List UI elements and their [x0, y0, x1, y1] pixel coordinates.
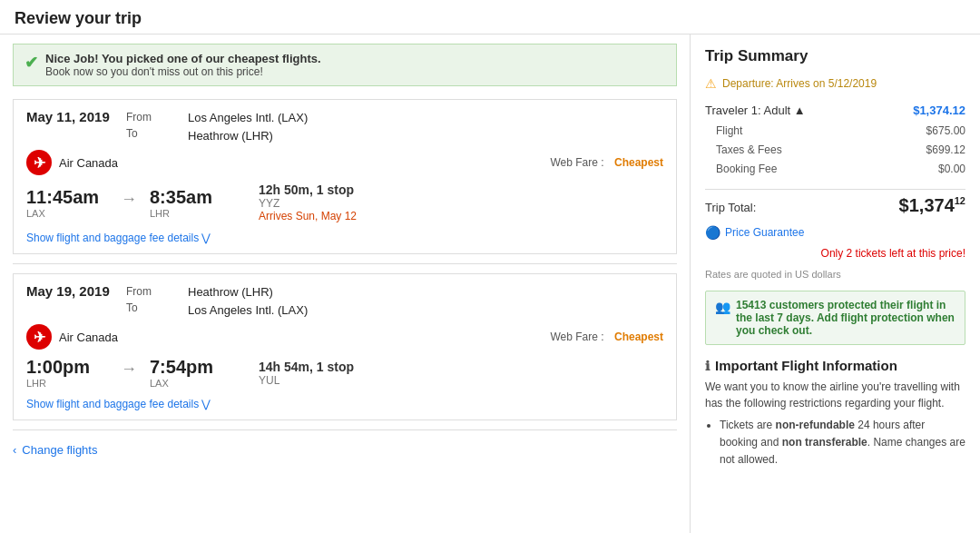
flight2-from-airport: Heathrow (LHR): [188, 283, 308, 301]
flight2-depart-code: LHR: [26, 378, 108, 389]
total-label: Trip Total:: [705, 201, 756, 214]
flight2-show-details[interactable]: Show flight and baggage fee details ⋁: [26, 398, 211, 410]
flight1-arrive-code: LHR: [150, 208, 240, 219]
tickets-left: Only 2 tickets left at this price!: [705, 247, 965, 260]
chevron-left-icon: ‹: [13, 443, 16, 457]
people-icon: 👥: [715, 300, 730, 314]
summary-title: Trip Summary: [705, 47, 965, 65]
right-panel: Trip Summary ⚠ Departure: Arrives on 5/1…: [690, 35, 980, 533]
flight1-depart-code: LAX: [26, 208, 108, 219]
change-flights-row: ‹ Change flights: [0, 434, 690, 466]
important-title-text: Important Flight Information: [715, 358, 897, 373]
flight2-to-airport: Los Angeles Intl. (LAX): [188, 301, 308, 320]
flight2-to-label: To: [126, 300, 181, 316]
page-title: Review your trip: [0, 0, 980, 35]
flight2-duration: 14h 54m, 1 stop: [259, 360, 354, 374]
promo-banner: ✔ Nice Job! You picked one of our cheape…: [13, 44, 677, 86]
flight1-fare-type: Web Fare : Cheapest: [550, 156, 663, 169]
flight1-arrive-time: 8:35am: [150, 187, 240, 208]
taxes-fee-row: Taxes & Fees $699.12: [705, 143, 965, 156]
flight2-arrive-time: 7:54pm: [150, 357, 240, 378]
flight2-from-label: From: [126, 283, 181, 300]
flight2-airline-name: Air Canada: [59, 331, 118, 344]
flight-card-1: May 11, 2019 From To Los Angeles Intl. (…: [13, 99, 677, 254]
flight1-date: May 11, 2019: [26, 109, 126, 124]
flight1-depart-time: 11:45am: [26, 187, 108, 208]
flight2-fare-type: Web Fare : Cheapest: [550, 331, 663, 343]
check-icon: ✔: [24, 53, 38, 73]
promo-main-text: Nice Job! You picked one of our cheapest…: [45, 52, 321, 65]
flight2-arrive-code: LAX: [150, 378, 240, 389]
total-price: $1,37412: [899, 195, 965, 216]
flight1-from-label: From: [126, 109, 181, 125]
arrow-icon-1: →: [108, 190, 150, 209]
traveler-price: $1,374.12: [913, 104, 965, 117]
flight1-airline-logo: ✈: [26, 150, 52, 175]
important-desc: We want you to know the airline you're t…: [705, 379, 965, 411]
important-section: ℹ Important Flight Information We want y…: [705, 358, 965, 469]
total-row: Trip Total: $1,37412: [705, 189, 965, 216]
flight1-airline-name: Air Canada: [59, 156, 118, 170]
important-list-item: Tickets are non-refundable 24 hours afte…: [720, 417, 965, 469]
rates-note: Rates are quoted in US dollars: [705, 269, 965, 280]
left-panel: ✔ Nice Job! You picked one of our cheape…: [0, 35, 690, 533]
flight2-date: May 19, 2019: [26, 283, 126, 299]
departure-note: ⚠ Departure: Arrives on 5/12/2019: [705, 76, 965, 91]
arrow-icon-2: →: [108, 360, 150, 379]
traveler-label: Traveler 1: Adult ▲: [705, 104, 806, 117]
flight2-airline-logo: ✈: [26, 324, 52, 350]
change-flights-link[interactable]: Change flights: [22, 443, 97, 457]
flight1-from-airport: Los Angeles Intl. (LAX): [188, 109, 308, 127]
warning-icon: ⚠: [705, 76, 717, 91]
divider-1: [13, 263, 677, 264]
info-icon: ℹ: [705, 359, 710, 373]
flight-card-2: May 19, 2019 From To Heathrow (LHR) Los …: [13, 273, 677, 420]
protection-row: 👥 15413 customers protected their flight…: [705, 291, 965, 345]
flight1-to-airport: Heathrow (LHR): [188, 127, 308, 145]
important-list: Tickets are non-refundable 24 hours afte…: [705, 417, 965, 469]
flight2-depart-time: 1:00pm: [26, 357, 108, 378]
protection-text: 15413 customers protected their flight i…: [736, 299, 956, 337]
flight2-via: YUL: [259, 374, 354, 387]
shield-icon: 🔵: [705, 225, 720, 240]
booking-fee-row: Booking Fee $0.00: [705, 163, 965, 175]
flight1-to-label: To: [126, 125, 181, 142]
flight1-show-details[interactable]: Show flight and baggage fee details ⋁: [26, 232, 211, 244]
flight1-duration: 12h 50m, 1 stop: [259, 183, 357, 197]
flight1-arrives-note: Arrives Sun, May 12: [259, 210, 357, 222]
flight1-via: YYZ: [259, 197, 357, 210]
promo-sub-text: Book now so you don't miss out on this p…: [45, 65, 321, 78]
divider-2: [13, 429, 677, 430]
flight-fee-row: Flight $675.00: [705, 124, 965, 137]
price-guarantee: 🔵 Price Guarantee: [705, 225, 965, 240]
